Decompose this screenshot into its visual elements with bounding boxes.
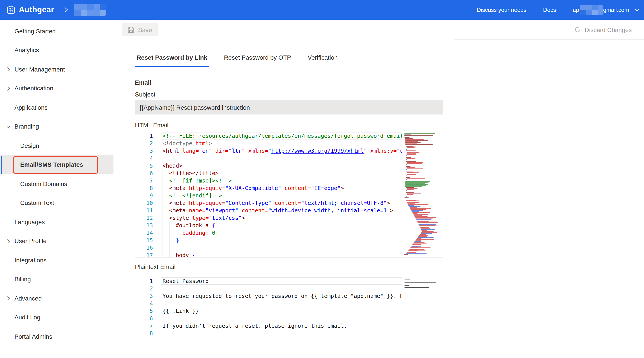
breadcrumb-chevron-icon [63,7,68,13]
subject-label: Subject [135,91,155,98]
sidebar-item-label: Audit Log [14,314,40,321]
sidebar-item-analytics[interactable]: Analytics [0,41,114,59]
code-line [162,285,402,292]
chevron-down-icon[interactable] [6,123,11,129]
code-line: <style type="text/css"> [162,214,402,222]
app-header: Authgear Discuss your needs Docs ap gmai… [0,0,644,20]
code-area[interactable]: Reset PasswordYou have requested to rese… [162,277,402,358]
template-tabs: Reset Password by LinkReset Password by … [135,49,340,67]
blurred-project-name[interactable] [74,4,105,16]
code-area[interactable]: <!-- FILE: resources/authgear/templates/… [162,132,402,257]
line-number: 4 [136,154,153,162]
line-number: 16 [136,244,153,251]
account-menu[interactable]: ap gmail.com [573,5,640,15]
blurred-email-part [580,5,603,15]
code-line: padding: 0; [162,229,402,237]
line-number: 7 [136,322,153,329]
line-number-gutter: 1234567891011121314151617 [135,132,153,257]
account-email-suffix: gmail.com [603,7,629,13]
sidebar-item-label: Analytics [14,47,39,54]
email-section-heading: Email [135,79,151,86]
sidebar-item-applications[interactable]: Applications [0,98,114,117]
sidebar-item-authentication[interactable]: Authentication [0,79,114,98]
subject-input[interactable] [135,100,443,114]
code-line: If you didn't request a reset, please ig… [162,322,402,329]
sidebar-item-design[interactable]: Design [0,136,114,155]
sidebar-item-label: Portal Admins [14,333,52,340]
line-number: 12 [136,214,153,222]
code-line: Reset Password [162,277,402,285]
brand: Authgear [6,0,105,20]
line-number: 6 [136,315,153,322]
sidebar-item-user-profile[interactable]: User Profile [0,231,114,250]
tab-reset-password-by-otp[interactable]: Reset Password by OTP [222,49,293,67]
code-line [162,244,402,251]
line-number: 9 [136,192,153,199]
line-number: 8 [136,329,153,337]
chevron-down-icon [634,8,640,12]
save-icon [128,26,134,33]
brand-name: Authgear [19,5,54,15]
html-email-label: HTML Email [135,121,168,128]
sidebar-item-label: Billing [14,276,31,283]
line-number: 10 [136,199,153,207]
tab-reset-password-by-link[interactable]: Reset Password by Link [135,49,209,67]
sidebar-item-branding[interactable]: Branding [0,117,114,136]
sidebar-item-user-management[interactable]: User Management [0,60,114,79]
sidebar-item-integrations[interactable]: Integrations [0,251,114,269]
chevron-right-icon[interactable] [6,295,11,300]
sidebar-nav: Getting StartedAnalyticsUser ManagementA… [0,20,114,358]
code-line: <title></title> [162,169,402,177]
code-line: <html lang="en" dir="ltr" xmlns="http://… [162,147,402,154]
code-line: <meta http-equiv="X-UA-Compatible" conte… [162,184,402,192]
sidebar-item-label: User Management [14,66,65,73]
line-number: 7 [136,177,153,184]
save-button[interactable]: Save [122,23,158,36]
line-number: 14 [136,229,153,237]
line-number: 3 [136,292,153,300]
line-number: 8 [136,184,153,192]
code-line: body { [162,251,402,257]
chevron-right-icon[interactable] [6,66,11,72]
code-line: <!--[if !mso]><!--> [162,177,402,184]
line-number-gutter: 12345678 [135,277,153,358]
line-number: 13 [136,222,153,229]
sidebar-item-languages[interactable]: Languages [0,212,114,231]
sidebar-item-audit-log[interactable]: Audit Log [0,308,114,327]
chevron-right-icon[interactable] [6,238,11,243]
authgear-portal: Authgear Discuss your needs Docs ap gmai… [0,0,644,358]
template-editor-panel: Reset Password by LinkReset Password by … [114,40,454,358]
code-line [162,154,402,162]
discuss-your-needs-link[interactable]: Discuss your needs [477,7,526,13]
code-line: #outlook a { [162,222,402,229]
line-number: 5 [136,307,153,315]
code-line [162,329,402,337]
discard-changes-button[interactable]: Discard Changes [572,23,634,36]
sidebar-item-getting-started[interactable]: Getting Started [0,22,114,40]
sidebar-item-custom-text[interactable]: Custom Text [0,193,114,212]
sidebar-item-label: Custom Domains [20,180,67,187]
authgear-logo-icon [6,6,16,14]
tab-verification[interactable]: Verification [306,49,340,67]
sidebar-item-advanced[interactable]: Advanced [0,289,114,307]
plaintext-email-code-editor[interactable]: 12345678Reset PasswordYou have requested… [135,277,443,358]
sidebar-item-portal-admins[interactable]: Portal Admins [0,327,114,346]
line-number: 3 [136,147,153,154]
minimap[interactable] [402,277,438,358]
sidebar-item-label: Design [20,142,39,149]
html-email-code-editor[interactable]: 1234567891011121314151617<!-- FILE: reso… [135,132,443,258]
line-number: 5 [136,162,153,169]
chevron-right-icon[interactable] [6,85,11,91]
code-line: <!-- FILE: resources/authgear/templates/… [162,132,402,139]
header-right: Discuss your needs Docs ap gmail.com [477,0,640,20]
line-number: 15 [136,237,153,244]
sidebar-item-custom-domains[interactable]: Custom Domains [0,174,114,193]
docs-link[interactable]: Docs [543,7,556,13]
sidebar-item-email-sms-templates[interactable]: Email/SMS Templates [0,155,114,174]
sidebar-item-label: Advanced [14,295,42,302]
sidebar-item-billing[interactable]: Billing [0,270,114,288]
code-line: <!doctype html> [162,139,402,147]
code-line [162,300,402,307]
sidebar-item-label: Email/SMS Templates [20,161,83,168]
minimap[interactable] [402,132,438,257]
